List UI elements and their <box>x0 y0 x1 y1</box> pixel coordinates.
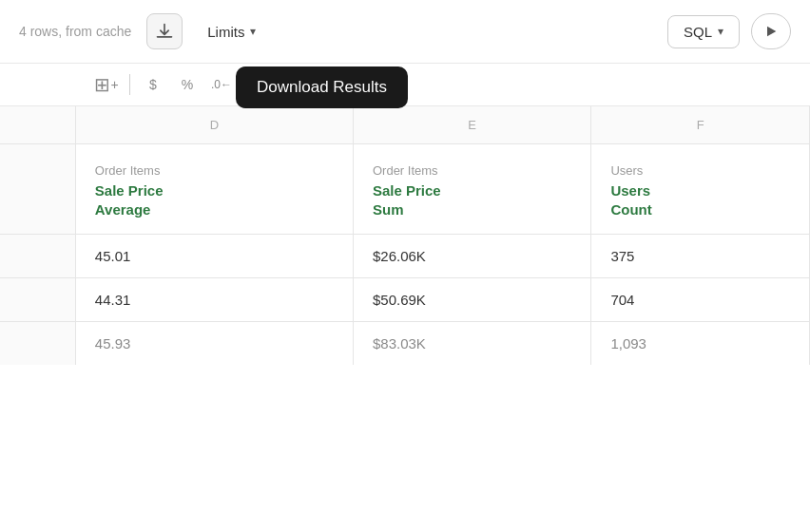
fraction-format-button[interactable]: ¹⁄₂3 <box>275 71 305 98</box>
toolbar: 4 rows, from cache Download Results Limi… <box>0 0 810 64</box>
decimal-dec-icon: .0← <box>211 78 232 91</box>
play-icon <box>763 24 779 39</box>
insert-col-icon: ⊞ <box>94 73 110 96</box>
col-d-label-cell: Order Items Sale PriceAverage <box>75 144 353 235</box>
row-index-header <box>0 106 75 144</box>
column-label-row: Order Items Sale PriceAverage Order Item… <box>0 144 810 235</box>
row1-col-e: $26.06K <box>353 235 590 278</box>
row-index-cell <box>0 235 75 278</box>
row-index-cell <box>0 278 75 322</box>
data-table: D E F Order Items Sale PriceAverage Orde… <box>0 106 810 365</box>
col-f-header[interactable]: F <box>591 106 810 144</box>
row3-col-d: 45.93 <box>75 322 353 366</box>
column-headers-row: D E F <box>0 106 810 144</box>
limits-button[interactable]: Limits ▾ <box>194 16 269 48</box>
table-row: 45.93 $83.03K 1,093 <box>0 322 810 366</box>
currency-format-button[interactable]: $ <box>138 71 168 98</box>
row1-col-d: 45.01 <box>75 235 353 278</box>
toolbar-divider <box>129 74 130 95</box>
svg-marker-0 <box>767 27 776 37</box>
table-row: 45.01 $26.06K 375 <box>0 235 810 278</box>
table-row: 44.31 $50.69K 704 <box>0 278 810 322</box>
percent-format-button[interactable]: % <box>172 71 202 98</box>
sql-button[interactable]: SQL ▾ <box>667 15 740 48</box>
col-d-column-name: Sale PriceAverage <box>95 181 334 218</box>
col-d-table-label: Order Items <box>95 163 334 178</box>
col-f-column-name: UsersCount <box>610 181 790 218</box>
decimal-increase-button[interactable]: .00→ <box>241 71 271 98</box>
col-e-table-label: Order Items <box>373 163 571 178</box>
col-f-table-label: Users <box>610 163 790 178</box>
cache-info: 4 rows, from cache <box>19 24 131 39</box>
row2-col-e: $50.69K <box>353 278 590 322</box>
limits-chevron-icon: ▾ <box>250 25 256 38</box>
run-button[interactable] <box>751 13 791 49</box>
row3-col-e: $83.03K <box>353 322 590 366</box>
currency-icon: $ <box>149 77 157 92</box>
row1-col-f: 375 <box>591 235 810 278</box>
download-button[interactable] <box>146 13 183 49</box>
row-index-cell <box>0 322 75 366</box>
row2-col-d: 44.31 <box>75 278 353 322</box>
decimal-inc-icon: .00→ <box>242 78 270 91</box>
label-index-cell <box>0 144 75 235</box>
sql-label: SQL <box>684 24 712 40</box>
col-e-header[interactable]: E <box>353 106 590 144</box>
col-d-header[interactable]: D <box>75 106 353 144</box>
format-toolbar: ⊞+ $ % .0← .00→ ¹⁄₂3 <box>0 64 810 106</box>
col-f-label-cell: Users UsersCount <box>591 144 810 235</box>
limits-label: Limits <box>207 24 244 40</box>
fraction-icon: ¹⁄₂3 <box>281 78 299 92</box>
col-e-label-cell: Order Items Sale PriceSum <box>353 144 590 235</box>
decimal-decrease-button[interactable]: .0← <box>206 71 237 98</box>
percent-icon: % <box>182 77 193 92</box>
row2-col-f: 704 <box>591 278 810 322</box>
sql-chevron-icon: ▾ <box>718 25 723 38</box>
download-icon <box>155 22 174 41</box>
row3-col-f: 1,093 <box>591 322 810 366</box>
col-e-column-name: Sale PriceSum <box>373 181 571 218</box>
insert-column-button[interactable]: ⊞+ <box>91 71 122 98</box>
